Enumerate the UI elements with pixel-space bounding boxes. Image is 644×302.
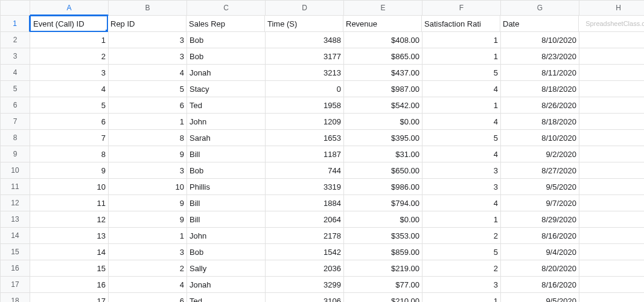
row-header-13[interactable]: 13: [0, 211, 30, 228]
cell-F18[interactable]: 1: [422, 293, 501, 302]
row-header-7[interactable]: 7: [0, 114, 30, 130]
cell-A4[interactable]: 3: [30, 65, 109, 81]
cell-B5[interactable]: 5: [109, 81, 187, 97]
cell-E1[interactable]: Revenue: [343, 16, 422, 32]
cell-A18[interactable]: 17: [30, 293, 109, 302]
cell-C10[interactable]: Bob: [187, 162, 266, 179]
cell-F15[interactable]: 5: [422, 244, 501, 260]
cell-A16[interactable]: 15: [30, 260, 109, 277]
cell-C17[interactable]: Jonah: [187, 277, 266, 293]
cell-A9[interactable]: 8: [30, 146, 109, 162]
cell-D5[interactable]: 0: [266, 81, 344, 97]
cell-B18[interactable]: 6: [109, 293, 187, 302]
cell-B17[interactable]: 4: [109, 277, 187, 293]
cell-B6[interactable]: 6: [109, 97, 187, 114]
cell-B12[interactable]: 9: [109, 195, 187, 211]
cell-D3[interactable]: 3177: [266, 48, 344, 65]
row-header-9[interactable]: 9: [0, 146, 30, 162]
cell-F16[interactable]: 2: [422, 260, 501, 277]
cell-F9[interactable]: 4: [422, 146, 501, 162]
cell-C8[interactable]: Sarah: [187, 130, 266, 146]
cell-B8[interactable]: 8: [109, 130, 187, 146]
cell-D10[interactable]: 744: [266, 162, 344, 179]
cell-G16[interactable]: 8/20/2020: [501, 260, 579, 277]
cell-C2[interactable]: Bob: [187, 32, 266, 48]
cell-D1[interactable]: Time (S): [265, 16, 343, 32]
cell-G10[interactable]: 8/27/2020: [501, 162, 579, 179]
cell-G7[interactable]: 8/18/2020: [501, 114, 579, 130]
row-header-5[interactable]: 5: [0, 81, 30, 97]
row-header-16[interactable]: 16: [0, 260, 30, 277]
cell-H14[interactable]: [579, 228, 644, 244]
cell-H15[interactable]: [579, 244, 644, 260]
row-header-15[interactable]: 15: [0, 244, 30, 260]
cell-C18[interactable]: Ted: [187, 293, 266, 302]
cell-H11[interactable]: [579, 179, 644, 195]
cell-G17[interactable]: 8/16/2020: [501, 277, 579, 293]
cell-G5[interactable]: 8/18/2020: [501, 81, 579, 97]
cell-B15[interactable]: 3: [109, 244, 187, 260]
cell-C4[interactable]: Jonah: [187, 65, 266, 81]
row-header-18[interactable]: 18: [0, 293, 30, 302]
cell-A15[interactable]: 14: [30, 244, 109, 260]
cell-H7[interactable]: [579, 114, 644, 130]
cell-F3[interactable]: 1: [422, 48, 501, 65]
cell-H2[interactable]: [579, 32, 644, 48]
cell-E17[interactable]: $77.00: [344, 277, 422, 293]
cell-A13[interactable]: 12: [30, 211, 109, 228]
cell-D16[interactable]: 2036: [266, 260, 344, 277]
cell-E13[interactable]: $0.00: [344, 211, 422, 228]
cell-G8[interactable]: 8/10/2020: [501, 130, 579, 146]
cell-A17[interactable]: 16: [30, 277, 109, 293]
cell-A14[interactable]: 13: [30, 228, 109, 244]
cell-C16[interactable]: Sally: [187, 260, 266, 277]
col-header-C[interactable]: C: [187, 0, 266, 16]
cell-A5[interactable]: 4: [30, 81, 109, 97]
cell-F6[interactable]: 1: [422, 97, 501, 114]
col-header-B[interactable]: B: [109, 0, 187, 16]
cell-B7[interactable]: 1: [109, 114, 187, 130]
cell-B4[interactable]: 4: [109, 65, 187, 81]
cell-H9[interactable]: [579, 146, 644, 162]
cell-F11[interactable]: 3: [422, 179, 501, 195]
cell-G9[interactable]: 9/2/2020: [501, 146, 579, 162]
cell-E14[interactable]: $353.00: [344, 228, 422, 244]
cell-H5[interactable]: [579, 81, 644, 97]
cell-H10[interactable]: [579, 162, 644, 179]
cell-C14[interactable]: John: [187, 228, 266, 244]
cell-E18[interactable]: $210.00: [344, 293, 422, 302]
cell-B16[interactable]: 2: [109, 260, 187, 277]
cell-D18[interactable]: 3106: [266, 293, 344, 302]
cell-H6[interactable]: [579, 97, 644, 114]
cell-E8[interactable]: $395.00: [344, 130, 422, 146]
cell-A7[interactable]: 6: [30, 114, 109, 130]
row-header-12[interactable]: 12: [0, 195, 30, 211]
cell-F13[interactable]: 1: [422, 211, 501, 228]
cell-D7[interactable]: 1209: [266, 114, 344, 130]
cell-D6[interactable]: 1958: [266, 97, 344, 114]
row-header-6[interactable]: 6: [0, 97, 30, 114]
cell-H12[interactable]: [579, 195, 644, 211]
col-header-F[interactable]: F: [422, 0, 501, 16]
cell-D2[interactable]: 3488: [266, 32, 344, 48]
row-header-10[interactable]: 10: [0, 162, 30, 179]
cell-D11[interactable]: 3319: [266, 179, 344, 195]
cell-E2[interactable]: $408.00: [344, 32, 422, 48]
cell-G12[interactable]: 9/7/2020: [501, 195, 579, 211]
cell-A11[interactable]: 10: [30, 179, 109, 195]
cell-G2[interactable]: 8/10/2020: [501, 32, 579, 48]
cell-C1[interactable]: Sales Rep: [187, 16, 265, 32]
cell-E5[interactable]: $987.00: [344, 81, 422, 97]
cell-F10[interactable]: 3: [422, 162, 501, 179]
cell-H8[interactable]: [579, 130, 644, 146]
cell-B2[interactable]: 3: [109, 32, 187, 48]
cell-G18[interactable]: 9/5/2020: [501, 293, 579, 302]
cell-G13[interactable]: 8/29/2020: [501, 211, 579, 228]
cell-C13[interactable]: Bill: [187, 211, 266, 228]
cell-A1[interactable]: Event (Call) ID: [30, 15, 108, 32]
cell-E7[interactable]: $0.00: [344, 114, 422, 130]
cell-H17[interactable]: [579, 277, 644, 293]
cell-G15[interactable]: 9/4/2020: [501, 244, 579, 260]
cell-B11[interactable]: 10: [109, 179, 187, 195]
cell-E11[interactable]: $986.00: [344, 179, 422, 195]
